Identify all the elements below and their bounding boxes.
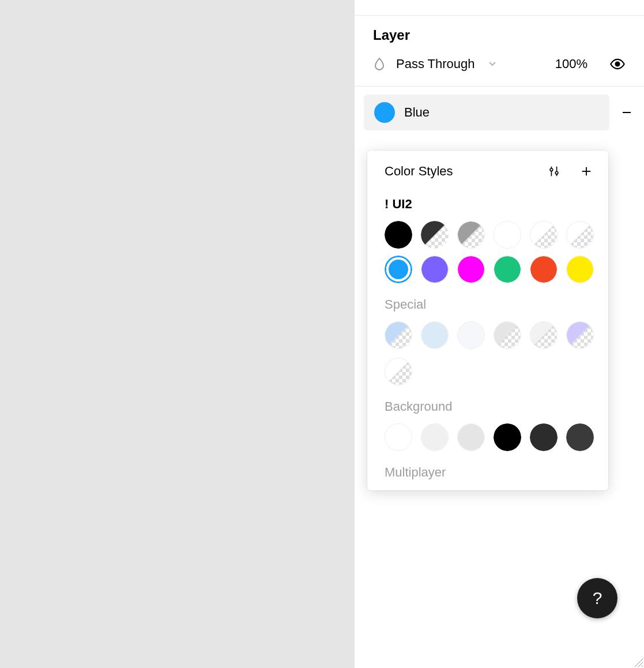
svg-point-0 [616,62,620,66]
style-options-icon[interactable] [546,163,562,179]
swatch-bg-white[interactable] [385,423,412,451]
svg-line-8 [635,659,643,667]
swatch-bg-black[interactable] [494,423,521,451]
swatch-green[interactable] [494,256,521,283]
layer-row: Pass Through 100% [373,56,626,72]
swatch-bg-dark-grey[interactable] [566,423,594,451]
swatch-grid-background [367,419,608,452]
group-title-special: Special [367,284,608,317]
group-title-ui2: ! UI2 [367,185,608,216]
swatch-white[interactable] [494,221,521,249]
swatch-black[interactable] [385,221,412,249]
color-styles-popover: Color Styles ! UI2 Special Background Mu… [367,151,608,490]
help-icon: ? [593,588,602,608]
swatch-grey-alpha-20[interactable] [530,321,558,349]
swatch-lavender[interactable] [566,321,594,349]
swatch-white-80[interactable] [530,221,558,249]
detach-style-button[interactable] [619,104,635,121]
swatch-yellow[interactable] [566,256,594,283]
swatch-red-orange[interactable] [530,256,558,283]
svg-line-10 [642,666,643,667]
swatch-white-60[interactable] [566,221,594,249]
inspector-top-divider [355,0,644,16]
swatch-hover-grey[interactable] [457,321,485,349]
blend-mode-select[interactable]: Pass Through [396,57,475,72]
swatch-grey-alpha-40[interactable] [494,321,521,349]
resize-grip-icon[interactable] [632,656,643,667]
inspector-panel: Layer Pass Through 100% [354,0,644,668]
popover-title: Color Styles [385,164,530,179]
swatch-grid-ui2-row2 [367,250,608,284]
layer-section-title: Layer [373,27,626,43]
swatch-bg-charcoal[interactable] [530,423,558,451]
svg-point-3 [550,168,553,171]
chevron-down-icon[interactable] [488,59,498,69]
canvas-area[interactable] [0,0,354,668]
swatch-grey[interactable] [457,221,485,249]
swatch-magenta[interactable] [457,256,485,283]
fill-chip-label: Blue [404,105,430,120]
swatch-white-alpha[interactable] [385,358,412,385]
visibility-icon[interactable] [609,56,626,72]
fill-chip-swatch [374,102,395,123]
swatch-light-blue[interactable] [385,321,412,349]
add-style-button[interactable] [578,163,594,179]
help-button[interactable]: ? [577,578,617,618]
group-title-background: Background [367,386,608,419]
svg-point-5 [555,171,558,174]
swatch-bg-grey-2[interactable] [457,423,485,451]
swatch-grid-ui2-row1 [367,216,608,250]
blend-droplet-icon[interactable] [373,58,386,70]
swatch-grid-special [367,317,608,386]
swatch-bg-grey-1[interactable] [421,423,449,451]
swatch-blue[interactable] [385,256,412,283]
fill-style-chip[interactable]: Blue [364,95,609,130]
opacity-input[interactable]: 100% [555,57,587,72]
popover-header: Color Styles [367,151,608,185]
group-title-multiplayer: Multiplayer [367,452,608,480]
swatch-purple[interactable] [421,256,449,283]
swatch-dark-grey[interactable] [421,221,449,249]
swatch-pale-blue[interactable] [421,321,449,349]
layer-section: Layer Pass Through 100% [355,16,644,87]
fill-row: Blue [355,87,644,138]
